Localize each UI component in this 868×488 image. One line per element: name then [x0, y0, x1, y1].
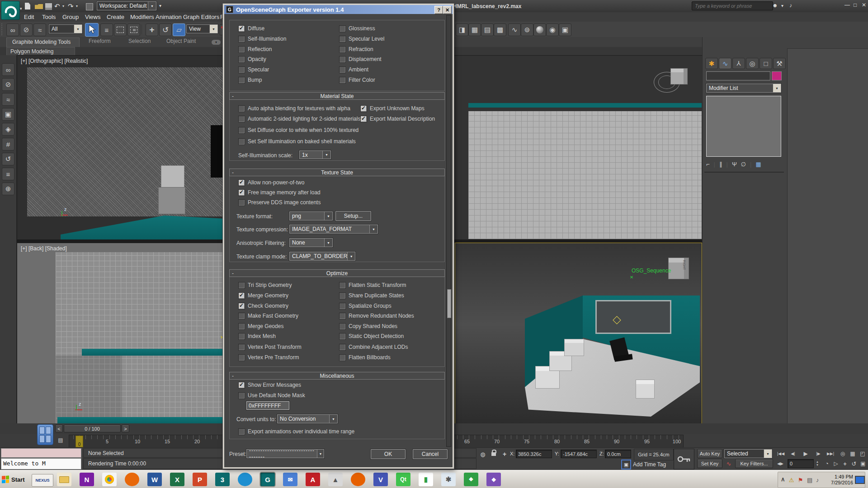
- pan-view-icon[interactable]: +: [841, 459, 849, 468]
- x-coordinate-field[interactable]: 3850.326c: [516, 450, 552, 458]
- menu-create[interactable]: Create: [107, 14, 124, 20]
- app-firefox-icon[interactable]: [351, 473, 365, 486]
- flatten-billboards-checkbox[interactable]: [339, 354, 346, 361]
- default-in-out-tangent-icon[interactable]: ∿: [724, 459, 733, 468]
- merge-geodes-checkbox[interactable]: [238, 323, 245, 330]
- app-3dsmax-active-icon[interactable]: G: [260, 473, 275, 486]
- select-and-scale-icon[interactable]: ▱: [173, 23, 185, 36]
- specular-checkbox[interactable]: [238, 66, 245, 73]
- osg-helper-cube[interactable]: RIGHT: [668, 258, 689, 279]
- select-object-button[interactable]: [85, 23, 99, 37]
- time-slider-prev-button[interactable]: <: [55, 425, 63, 432]
- play-animation-icon[interactable]: ▶: [799, 449, 812, 458]
- previous-frame-icon[interactable]: ◀|: [788, 449, 798, 458]
- render-production-icon[interactable]: ▣: [559, 23, 571, 36]
- ambient-checkbox[interactable]: [339, 66, 346, 73]
- redo-icon[interactable]: ↷: [68, 2, 74, 10]
- search-input[interactable]: [692, 1, 773, 10]
- selection-lock-icon[interactable]: [490, 450, 498, 459]
- app-chrome-icon[interactable]: [102, 473, 117, 486]
- mirror-icon[interactable]: ◨: [456, 23, 468, 36]
- self-illumination-checkbox[interactable]: [238, 36, 245, 42]
- isolate-viewport-icon[interactable]: ◰: [858, 449, 867, 458]
- time-configuration-icon[interactable]: ◔: [823, 459, 831, 468]
- viewport-back[interactable]: ✕ z [+] [Back] [Shaded]: [17, 243, 228, 424]
- preset-dropdown[interactable]: ------------------------------------: [246, 449, 324, 458]
- tray-flag-icon[interactable]: ⚑: [798, 477, 803, 483]
- pin-stack-icon[interactable]: ⌐: [706, 161, 710, 168]
- material-editor-icon[interactable]: [533, 23, 546, 36]
- modifier-list-dropdown[interactable]: Modifier List: [706, 84, 781, 93]
- viewport-divider[interactable]: [454, 239, 702, 243]
- time-configuration-shortcut-icon[interactable]: ▦: [848, 449, 857, 458]
- show-error-messages-checkbox[interactable]: [238, 382, 245, 389]
- viewport-orthographic-label[interactable]: [+] [Orthographic] [Realistic]: [21, 58, 88, 64]
- current-frame-field[interactable]: 0: [788, 459, 814, 468]
- graphite-ribbon-toggle-icon[interactable]: ▩: [494, 23, 506, 36]
- collapse-icon[interactable]: -: [232, 270, 234, 277]
- dialog-titlebar[interactable]: G OpenSceneGraph Exporter version 1.4 ? …: [224, 5, 453, 14]
- start-button[interactable]: Start: [2, 473, 29, 486]
- workspace-selector[interactable]: Workspace: Default: [97, 1, 156, 10]
- anisotropic-filtering-dropdown[interactable]: None: [289, 238, 333, 247]
- go-to-start-icon[interactable]: |◀◀: [775, 449, 787, 458]
- select-and-move-icon[interactable]: +: [146, 23, 158, 36]
- ribbon-tab-caret-icon[interactable]: ▾: [212, 40, 221, 45]
- maximize-viewport-toggle-icon[interactable]: ▣: [859, 459, 867, 468]
- copy-shared-nodes-checkbox[interactable]: [339, 323, 346, 330]
- app-visio-icon[interactable]: V: [373, 473, 388, 486]
- tab-hierarchy-icon[interactable]: Y: [732, 58, 745, 69]
- new-file-icon[interactable]: [25, 3, 31, 9]
- npot-checkbox[interactable]: [238, 179, 245, 186]
- app-green-icon[interactable]: ❖: [464, 473, 478, 486]
- export-material-description-checkbox[interactable]: [360, 116, 367, 122]
- opacity-checkbox[interactable]: [238, 56, 245, 63]
- static-object-detection-checkbox[interactable]: [339, 333, 346, 340]
- share-duplicate-states-checkbox[interactable]: [339, 292, 346, 299]
- clock[interactable]: 1:49 PM 7/29/2016: [825, 473, 853, 487]
- spatialize-groups-checkbox[interactable]: [339, 303, 346, 310]
- minimize-button[interactable]: —: [844, 2, 850, 8]
- max-logo-button[interactable]: [1, 1, 20, 20]
- tab-object-paint[interactable]: Object Paint: [166, 38, 196, 44]
- bump-checkbox[interactable]: [238, 77, 245, 84]
- make-unique-icon[interactable]: Ψ: [732, 161, 737, 168]
- two-sided-lighting-checkbox[interactable]: [238, 116, 245, 122]
- remove-redundant-nodes-checkbox[interactable]: [339, 313, 346, 319]
- dialog-scrollbar-thumb[interactable]: [447, 289, 451, 318]
- app-photo-icon[interactable]: ◆: [486, 473, 501, 486]
- macro-recorder-pane[interactable]: [1, 448, 81, 458]
- z-coordinate-field[interactable]: 0.0cm: [605, 450, 631, 458]
- undo-dropdown-icon[interactable]: ▾: [62, 4, 64, 8]
- left-toolbar-bind-icon[interactable]: ≈: [2, 93, 14, 106]
- key-mode-toggle-icon[interactable]: ◎: [838, 449, 847, 458]
- dialog-scrollbar[interactable]: [446, 15, 451, 447]
- select-and-rotate-icon[interactable]: ↺: [159, 23, 172, 36]
- render-setup-icon[interactable]: ◉: [546, 23, 559, 36]
- dialog-close-button[interactable]: ✕: [443, 6, 452, 14]
- close-button[interactable]: ✕: [862, 2, 866, 8]
- toolbar-handle[interactable]: [1, 23, 4, 35]
- auto-alpha-checkbox[interactable]: [238, 105, 245, 112]
- time-tag-cube-icon[interactable]: ▣: [621, 460, 631, 469]
- schematic-view-icon[interactable]: ⊚: [521, 23, 533, 36]
- dialog-help-button[interactable]: ?: [434, 6, 443, 14]
- diffuse-checkbox[interactable]: [238, 25, 245, 32]
- self-illumination-scale-dropdown[interactable]: 1x: [299, 150, 331, 159]
- key-filters-button[interactable]: Key Filters...: [735, 459, 773, 468]
- cancel-button[interactable]: Cancel: [413, 449, 448, 459]
- tab-freeform[interactable]: Freeform: [89, 38, 111, 44]
- workspace-chevron-icon[interactable]: ▾: [159, 3, 161, 8]
- app-explorer-icon[interactable]: [57, 473, 71, 486]
- viewport-top[interactable]: [454, 55, 703, 240]
- merge-geometry-checkbox[interactable]: [238, 292, 245, 299]
- configure-modifier-sets-icon[interactable]: ▦: [755, 161, 761, 168]
- texture-clamp-mode-dropdown[interactable]: CLAMP_TO_BORDER: [289, 252, 355, 261]
- filter-color-checkbox[interactable]: [339, 77, 346, 84]
- keyboard-shortcut-override-button[interactable]: [674, 449, 694, 469]
- left-toolbar-icon-4[interactable]: ▣: [2, 108, 14, 121]
- preserve-dds-checkbox[interactable]: [238, 199, 245, 206]
- left-toolbar-icon-7[interactable]: ↺: [2, 153, 14, 165]
- convert-units-dropdown[interactable]: No Conversion: [277, 414, 338, 423]
- menu-views[interactable]: Views: [85, 14, 100, 20]
